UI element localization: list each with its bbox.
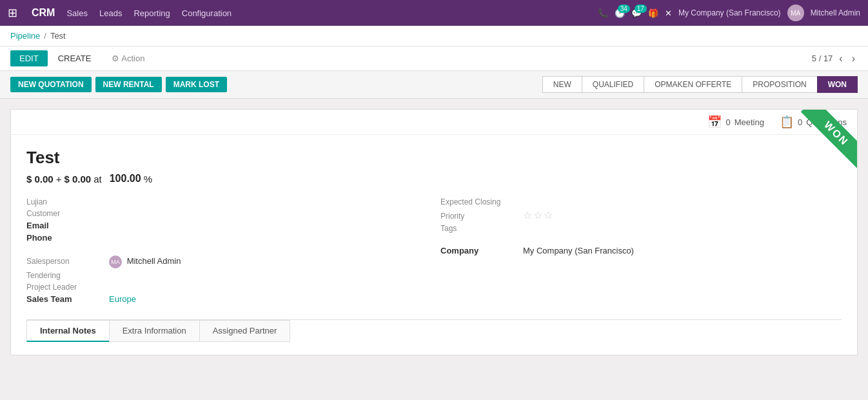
chat-badge: 17 [635,5,647,13]
fields-right: Expected Closing Priority ☆ ☆ ☆ Tags [440,197,842,306]
close-icon[interactable]: ✕ [665,8,672,18]
quotation-count: 0 [798,117,802,127]
record-card: 📅 0 Meeting 📋 0 Quotations WON Test $ 0.… [10,109,858,355]
field-sales-team: Sales Team Europe [26,294,428,304]
field-value-salesperson: MA Mitchell Admin [109,255,181,268]
apps-icon[interactable]: ⊞ [8,6,17,20]
field-tendering: Tendering [26,271,428,280]
stage-item-opmaken-offerte[interactable]: OPMAKEN OFFERTE [644,76,742,93]
phone-icon[interactable]: 📞 [598,8,608,18]
at-label: at [94,174,102,185]
topnav-right: 📞 🕐 34 💬 17 🎁 ✕ My Company (San Francisc… [598,5,860,21]
field-tags: Tags [440,224,842,233]
meeting-count: 0 [725,117,730,127]
field-company: Company My Company (San Francisco) [440,246,842,255]
plus-sign: + [56,174,62,185]
company-name-link[interactable]: My Company [523,246,573,255]
chat-icon[interactable]: 💬 17 [631,8,642,18]
stage-item-won[interactable]: WON [817,76,858,93]
field-label-tendering: Tendering [26,271,104,280]
record-header: 📅 0 Meeting 📋 0 Quotations [11,110,857,135]
quote-icon: 📋 [780,115,794,129]
breadcrumb-parent[interactable]: Pipeline [10,31,40,41]
field-label-customer: Customer [26,209,104,218]
brand-logo: CRM [32,7,55,19]
mark-lost-button[interactable]: MARK LOST [166,77,227,92]
record-amount: $ 0.00 + $ 0.00 at 100.00 % [26,173,842,185]
topnav: ⊞ CRM SalesLeadsReportingConfiguration 📞… [0,0,868,26]
salesperson-avatar: MA [109,255,122,268]
field-label-email: Email [26,221,49,230]
percent-sign: % [144,174,152,185]
menu-item-sales[interactable]: Sales [66,8,88,18]
field-label-phone: Phone [26,233,52,243]
tab-internal-notes[interactable]: Internal Notes [26,320,110,342]
new-quotation-button[interactable]: NEW QUOTATION [10,77,92,92]
field-label-priority: Priority [440,212,518,221]
amount2: $ 0.00 [64,174,91,185]
field-lujian: Lujian [26,197,428,206]
amount1: $ 0.00 [26,174,54,185]
field-label-salesperson: Salesperson [26,257,104,266]
company-location[interactable]: (San Francisco) [575,246,634,255]
calendar-icon: 📅 [707,115,722,129]
page-counter: 5 / 17 [812,54,833,63]
field-label-tags: Tags [440,224,518,233]
stage-item-proposition[interactable]: PROPOSITION [742,76,817,93]
main-menu: SalesLeadsReportingConfiguration [66,8,586,18]
create-button[interactable]: CREATE [53,50,97,66]
field-email: Email [26,221,428,230]
quotation-label: Quotations [806,117,847,127]
prev-page-button[interactable]: ‹ [836,53,845,65]
breadcrumb-separator: / [44,31,46,41]
star-2[interactable]: ☆ [533,209,542,221]
tab-assigned-partner[interactable]: Assigned Partner [199,320,291,342]
percent-value: 100.00 [110,173,141,185]
quotations-action[interactable]: 📋 0 Quotations [780,115,847,129]
action-bar: EDIT CREATE ⚙ Action 5 / 17 ‹ › [0,46,868,71]
field-priority: Priority ☆ ☆ ☆ [440,209,842,221]
field-value-company: My Company (San Francisco) [523,246,634,255]
field-project-leader: Project Leader [26,283,428,292]
priority-stars[interactable]: ☆ ☆ ☆ [523,209,553,221]
clock-badge: 34 [618,5,630,13]
stage-bar: NEWQUALIFIEDOPMAKEN OFFERTEPROPOSITIONWO… [543,76,858,93]
action-menu[interactable]: ⚙ Action [112,54,144,63]
gift-icon[interactable]: 🎁 [648,8,658,18]
gear-icon: ⚙ [112,54,119,63]
next-page-button[interactable]: › [849,53,858,65]
company-name: My Company (San Francisco) [678,8,781,17]
field-salesperson: Salesperson MA Mitchell Admin [26,255,428,268]
pipeline-bar: NEW QUOTATION NEW RENTAL MARK LOST NEWQU… [0,71,868,99]
menu-item-leads[interactable]: Leads [99,8,122,18]
edit-button[interactable]: EDIT [10,50,48,66]
breadcrumb: Pipeline / Test [0,26,868,46]
clock-icon[interactable]: 🕐 34 [615,8,625,18]
menu-item-configuration[interactable]: Configuration [182,8,232,18]
field-label-expected-closing: Expected Closing [440,197,518,206]
field-phone: Phone [26,233,428,243]
star-3[interactable]: ☆ [544,209,553,221]
record-title: Test [26,148,842,168]
pagination: 5 / 17 ‹ › [812,53,858,65]
tab-extra-information[interactable]: Extra Information [109,320,200,342]
field-value-sales-team[interactable]: Europe [109,294,136,304]
salesperson-name: Mitchell Admin [127,256,181,266]
field-customer: Customer [26,209,428,218]
stage-item-new[interactable]: NEW [542,76,582,93]
field-label-lujian: Lujian [26,197,104,206]
new-rental-button[interactable]: NEW RENTAL [95,77,162,92]
stage-item-qualified[interactable]: QUALIFIED [582,76,644,93]
username: Mitchell Admin [811,8,860,17]
field-expected-closing: Expected Closing [440,197,842,206]
tabs-bar: Internal NotesExtra InformationAssigned … [26,319,842,342]
star-1[interactable]: ☆ [523,209,532,221]
fields-left: Lujian Customer Email Phone [26,197,428,306]
user-avatar[interactable]: MA [787,5,804,21]
meeting-action[interactable]: 📅 0 Meeting [707,115,764,129]
main-content: 📅 0 Meeting 📋 0 Quotations WON Test $ 0.… [0,99,868,366]
fields-section: Lujian Customer Email Phone [26,197,842,306]
meeting-label: Meeting [735,117,764,127]
menu-item-reporting[interactable]: Reporting [133,8,170,18]
field-label-sales-team: Sales Team [26,294,104,304]
